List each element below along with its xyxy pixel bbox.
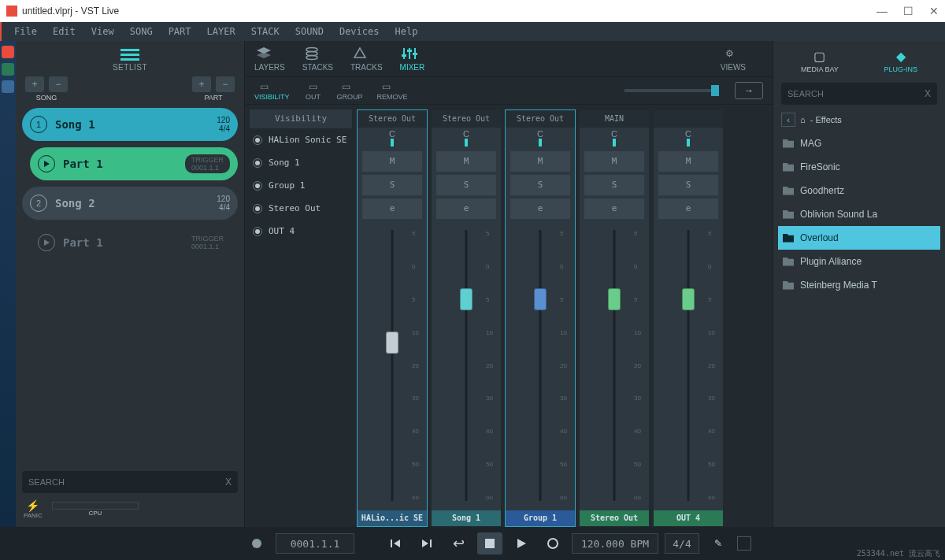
channel-fader[interactable]: 5051020304050oo <box>506 225 575 506</box>
fader-knob[interactable] <box>460 288 472 310</box>
fader-knob[interactable] <box>682 288 695 310</box>
part-row[interactable]: Part 1TRIGGER0001.1.1 <box>30 226 238 259</box>
radio-icon[interactable] <box>253 204 262 213</box>
remove-song-button[interactable]: − <box>49 76 68 92</box>
edit-button[interactable]: e <box>436 198 496 219</box>
record-button[interactable] <box>540 532 565 554</box>
signature-display[interactable]: 4/4 <box>665 533 699 554</box>
panic-button[interactable]: ⚡ PANIC <box>24 499 43 519</box>
plugin-search[interactable]: X <box>781 83 937 105</box>
menu-devices[interactable]: Devices <box>335 24 384 39</box>
menu-sound[interactable]: SOUND <box>291 24 328 39</box>
mute-button[interactable]: M <box>362 151 422 172</box>
clear-search-icon[interactable]: X <box>225 477 232 488</box>
solo-button[interactable]: S <box>658 175 718 195</box>
channel-output[interactable]: Stereo Out <box>432 110 501 128</box>
add-part-button[interactable]: + <box>192 76 211 92</box>
mixer-channel[interactable]: Stereo Out C M S e 5051020304050oo Song … <box>431 109 502 527</box>
visibility-item[interactable]: OUT 4 <box>250 220 352 243</box>
loop-button[interactable]: ↩ <box>446 532 471 554</box>
channel-fader[interactable]: 5051020304050oo <box>580 225 649 506</box>
metronome-button[interactable] <box>244 532 269 554</box>
plugin-folder[interactable]: Steinberg Media T <box>778 273 940 297</box>
song-row[interactable]: 1Song 11204/4 <box>22 108 238 141</box>
minimize-button[interactable]: — <box>876 5 888 17</box>
mixer-channel[interactable]: MAIN C M S e 5051020304050oo Stereo Out <box>579 109 650 527</box>
tempo-display[interactable]: 120.000 BPM <box>572 533 658 554</box>
mute-button[interactable]: M <box>436 151 496 172</box>
plugin-folder[interactable]: FireSonic <box>778 155 940 179</box>
part-row[interactable]: Part 1TRIGGER0001.1.1 <box>30 147 238 180</box>
fader-knob[interactable] <box>534 288 547 310</box>
channel-pan[interactable]: C <box>506 128 575 150</box>
fader-knob[interactable] <box>386 332 398 354</box>
channel-output[interactable] <box>654 110 723 128</box>
subtab-group[interactable]: ▭GROUP <box>337 80 363 101</box>
channel-output[interactable]: MAIN <box>580 110 649 128</box>
position-display[interactable]: 0001.1.1 <box>276 533 354 554</box>
subtab-remove[interactable]: ▭REMOVE <box>377 80 408 101</box>
clear-plugin-search-icon[interactable]: X <box>925 88 931 99</box>
breadcrumb-back-button[interactable]: ‹ <box>781 113 795 127</box>
channel-fader[interactable]: 5051020304050oo <box>432 225 501 506</box>
edit-button[interactable]: e <box>658 198 718 219</box>
radio-icon[interactable] <box>253 135 262 145</box>
tab-mixer[interactable]: MIXER <box>400 46 425 72</box>
setlist-header[interactable]: SETLIST <box>19 46 241 73</box>
play-icon[interactable] <box>38 234 55 251</box>
stop-button[interactable] <box>477 532 502 554</box>
channel-name[interactable]: Song 1 <box>432 510 501 526</box>
zoom-slider[interactable] <box>624 89 719 92</box>
channel-fader[interactable]: 5051020304050oo <box>358 225 427 506</box>
mute-button[interactable]: M <box>584 151 644 172</box>
mixer-channel[interactable]: Stereo Out C M S e 5051020304050oo Group… <box>505 109 576 527</box>
visibility-item[interactable]: Stereo Out <box>250 197 352 220</box>
channel-pan[interactable]: C <box>358 128 427 150</box>
solo-button[interactable]: S <box>584 175 644 195</box>
close-button[interactable]: ✕ <box>929 5 939 17</box>
menu-song[interactable]: SONG <box>125 24 158 39</box>
mute-button[interactable]: M <box>510 151 570 172</box>
sync-checkbox[interactable] <box>737 536 751 551</box>
channel-output[interactable]: Stereo Out <box>506 110 575 128</box>
visibility-item[interactable]: HALion Sonic SE <box>250 128 352 151</box>
play-button[interactable] <box>509 532 534 554</box>
subtab-visibility[interactable]: ▭VISIBILITY <box>254 80 290 101</box>
visibility-item[interactable]: Group 1 <box>250 174 352 197</box>
channel-name[interactable]: Group 1 <box>506 510 575 526</box>
fader-knob[interactable] <box>608 288 621 310</box>
solo-button[interactable]: S <box>510 175 570 195</box>
channel-name[interactable]: Stereo Out <box>580 510 649 526</box>
home-icon[interactable]: ⌂ <box>800 115 806 124</box>
edit-button[interactable]: e <box>362 198 422 219</box>
setlist-search-input[interactable] <box>28 477 225 487</box>
menu-help[interactable]: Help <box>390 24 422 39</box>
maximize-button[interactable]: ☐ <box>903 5 914 17</box>
solo-button[interactable]: S <box>362 175 422 195</box>
mute-button[interactable]: M <box>658 151 718 172</box>
channel-pan[interactable]: C <box>580 128 649 150</box>
menu-layer[interactable]: LAYER <box>202 24 240 39</box>
next-button[interactable] <box>414 532 439 554</box>
plugin-folder[interactable]: Oblivion Sound La <box>778 202 940 226</box>
prev-button[interactable] <box>383 532 408 554</box>
remove-part-button[interactable]: − <box>216 76 235 92</box>
rtab-plug-ins[interactable]: ◆PLUG-INS <box>884 49 918 73</box>
plugin-folder[interactable]: Overloud <box>778 226 940 250</box>
views-button[interactable]: ⚙ VIEWS <box>721 46 746 72</box>
edit-button[interactable]: e <box>510 198 570 219</box>
plugin-search-input[interactable] <box>788 89 925 98</box>
menu-part[interactable]: PART <box>164 24 196 39</box>
channel-pan[interactable]: C <box>432 128 501 150</box>
mixer-channel[interactable]: C M S e 5051020304050oo OUT 4 <box>653 109 724 527</box>
song-row[interactable]: 2Song 21204/4 <box>22 187 238 220</box>
menu-edit[interactable]: Edit <box>48 24 80 39</box>
channel-name[interactable]: OUT 4 <box>654 510 723 526</box>
edit-tempo-button[interactable]: ✎ <box>706 532 731 554</box>
edit-button[interactable]: e <box>584 198 644 219</box>
solo-button[interactable]: S <box>436 175 496 195</box>
rtab-media-bay[interactable]: ▢MEDIA BAY <box>801 49 839 73</box>
channel-output[interactable]: Stereo Out <box>358 110 427 128</box>
plugin-folder[interactable]: MAG <box>778 132 940 155</box>
menu-stack[interactable]: STACK <box>246 24 284 39</box>
